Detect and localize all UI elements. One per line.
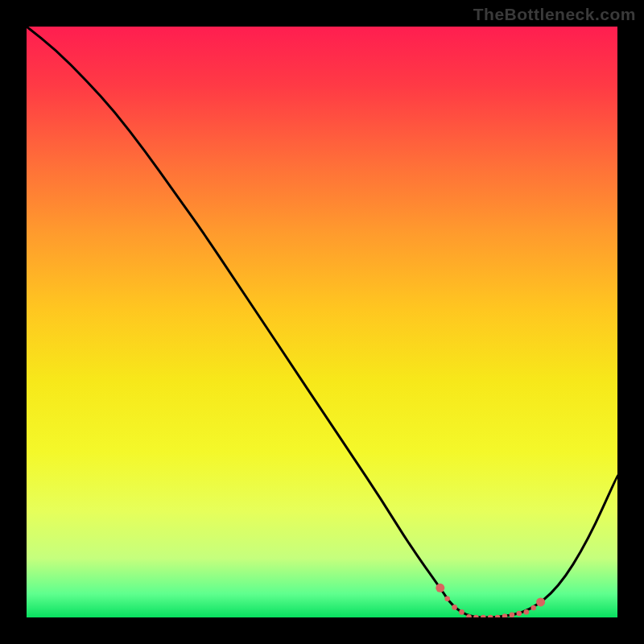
curve-line — [27, 27, 617, 617]
highlight-dot — [459, 609, 464, 615]
bottleneck-curve — [27, 27, 617, 617]
highlight-dot — [481, 615, 486, 617]
highlight-dot — [452, 605, 457, 610]
highlight-dot — [517, 611, 522, 617]
highlight-dot — [488, 615, 493, 617]
highlight-dot — [536, 597, 545, 606]
highlight-dot — [473, 615, 479, 617]
highlight-dot — [530, 605, 536, 611]
highlight-dot — [495, 615, 501, 617]
highlight-dot — [524, 609, 530, 615]
highlight-dot — [444, 596, 450, 601]
highlight-dot — [502, 613, 508, 617]
chart-container: TheBottleneck.com — [0, 0, 644, 644]
watermark-text: TheBottleneck.com — [473, 5, 636, 24]
highlight-dot — [510, 613, 515, 617]
highlight-dot — [436, 584, 444, 592]
